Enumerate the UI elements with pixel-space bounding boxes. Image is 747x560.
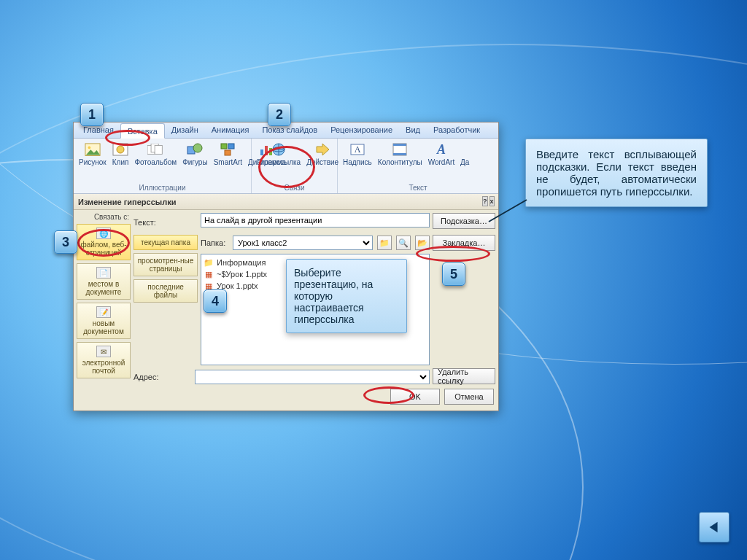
tab-insert[interactable]: Вставка <box>120 123 165 139</box>
label: Действие <box>306 158 338 166</box>
folder-select[interactable]: Урок1 класс2 <box>233 236 373 250</box>
tab-browsed-pages[interactable]: просмотрен-ные страницы <box>133 253 198 276</box>
tab-view[interactable]: Вид <box>399 122 427 138</box>
clip-icon <box>112 142 128 157</box>
label: файлом, веб-страницей <box>79 241 128 257</box>
triangle-left-icon <box>706 519 722 535</box>
file-list[interactable]: 📁Информация ▦~$Урок 1.pptx ▦Урок 1.pptx … <box>201 254 430 365</box>
svg-marker-17 <box>317 144 329 155</box>
label: Фигуры <box>182 158 207 166</box>
photoalbum-icon <box>147 142 163 157</box>
tab-current-folder[interactable]: текущая папка <box>133 235 198 250</box>
headerfooter-icon <box>392 142 408 157</box>
ribbon-clip-button[interactable]: Клип <box>110 141 131 168</box>
tab-review[interactable]: Рецензирование <box>324 122 399 138</box>
label: Фотоальбом <box>134 158 177 166</box>
ribbon-photoalbum-button[interactable]: Фотоальбом <box>132 141 179 168</box>
link-to-email[interactable]: ✉электронной почтой <box>77 342 131 378</box>
tab-design[interactable]: Дизайн <box>165 122 205 138</box>
folder-label: Папка: <box>201 238 228 247</box>
svg-point-8 <box>193 144 202 152</box>
tab-developer[interactable]: Разработчик <box>427 122 487 138</box>
svg-rect-9 <box>221 144 227 149</box>
label: Колонтитулы <box>378 158 422 166</box>
textbox-icon: A <box>349 142 365 157</box>
link-to-file-web[interactable]: 🌐файлом, веб-страницей <box>77 224 131 260</box>
dialog-help-button[interactable]: ? <box>482 196 488 206</box>
mail-icon: ✉ <box>96 346 111 357</box>
up-folder-button[interactable]: 📁 <box>377 236 392 250</box>
label: местом в документе <box>79 280 128 296</box>
ribbon-headerfooter-button[interactable]: Колонтитулы <box>376 141 425 168</box>
ribbon-body: Рисунок Клип Фотоальбом Фигуры SmartArt … <box>74 139 498 194</box>
label: WordArt <box>428 158 455 166</box>
group-label-text: Текст <box>338 184 498 193</box>
screentip-button[interactable]: Подсказка… <box>433 213 495 229</box>
doc-loc-icon: 📄 <box>96 267 111 279</box>
ribbon-hyperlink-button[interactable]: Гиперссылка <box>255 141 303 168</box>
group-label-links: Связи <box>252 184 337 193</box>
browse-web-button[interactable]: 🔍 <box>396 236 411 250</box>
ok-button[interactable]: OK <box>390 389 440 405</box>
balloon-1: 1 <box>80 103 104 126</box>
ribbon-wordart-button[interactable]: AWordArt <box>426 141 457 168</box>
browse-file-icon: 📂 <box>417 238 427 248</box>
up-folder-icon: 📁 <box>379 238 390 248</box>
browse-web-icon: 🔍 <box>398 238 409 248</box>
display-text-input[interactable] <box>201 213 430 228</box>
svg-rect-22 <box>393 153 406 155</box>
hyperlink-icon <box>271 142 287 157</box>
powerpoint-window: Главная Вставка Дизайн Анимация Показ сл… <box>73 122 499 411</box>
ribbon-shapes-button[interactable]: Фигуры <box>180 141 209 168</box>
inner-tip-callout: Выберите презентацию, на которую настраи… <box>286 259 407 333</box>
balloon-3: 3 <box>54 230 77 254</box>
svg-text:A: A <box>436 142 446 157</box>
remove-link-button[interactable]: Удалить ссылку <box>433 368 495 384</box>
browse-file-button[interactable]: 📂 <box>415 236 430 250</box>
link-to-place[interactable]: 📄местом в документе <box>77 263 131 300</box>
ribbon-more-button[interactable]: Да <box>458 141 471 168</box>
svg-rect-6 <box>155 145 162 154</box>
group-label-illustrations: Иллюстрации <box>74 184 251 193</box>
svg-rect-21 <box>393 144 406 146</box>
svg-rect-10 <box>228 144 234 149</box>
link-to-new-doc[interactable]: 📝новым документом <box>77 303 131 339</box>
tab-recent-files[interactable]: последние файлы <box>133 279 198 303</box>
svg-marker-25 <box>710 522 718 533</box>
prev-slide-button[interactable] <box>699 512 729 542</box>
dialog-close-button[interactable]: x <box>489 196 495 206</box>
label: новым документом <box>79 319 128 335</box>
address-label: Адрес: <box>133 373 190 381</box>
balloon-5: 5 <box>442 262 465 286</box>
smartart-icon <box>220 142 236 157</box>
address-input[interactable] <box>195 370 430 384</box>
dialog-titlebar: Изменение гиперссылки ? x <box>74 194 498 210</box>
label: Клип <box>112 158 129 166</box>
main-tip-callout: Введите текст всплывающей подсказки. Есл… <box>525 139 708 207</box>
balloon-2: 2 <box>268 103 291 126</box>
label: Надпись <box>343 158 372 166</box>
file-name: Информация <box>217 258 266 267</box>
svg-text:A: A <box>355 144 361 155</box>
svg-point-3 <box>117 146 124 153</box>
ribbon-textbox-button[interactable]: AНадпись <box>341 141 374 168</box>
cancel-button[interactable]: Отмена <box>444 389 494 405</box>
browse-tabs: текущая папка просмотрен-ные страницы по… <box>133 235 198 386</box>
hyperlink-dialog: Изменение гиперссылки ? x Связать с: 🌐фа… <box>74 194 498 411</box>
action-icon <box>314 142 330 157</box>
ribbon-smartart-button[interactable]: SmartArt <box>212 141 244 168</box>
link-to-panel: Связать с: 🌐файлом, веб-страницей 📄место… <box>77 213 131 408</box>
ribbon-picture-button[interactable]: Рисунок <box>77 141 109 168</box>
wordart-icon: A <box>433 142 449 157</box>
pptx-icon: ▦ <box>204 269 214 279</box>
link-with-label: Связать с: <box>77 213 131 221</box>
balloon-4: 4 <box>204 289 227 313</box>
text-label: Текст: <box>133 213 198 232</box>
ribbon-action-button[interactable]: Действие <box>304 141 341 168</box>
file-name: ~$Урок 1.pptx <box>217 270 267 279</box>
label: Рисунок <box>79 158 107 166</box>
svg-rect-11 <box>225 150 231 155</box>
tab-animation[interactable]: Анимация <box>205 122 256 138</box>
bookmark-button[interactable]: Закладка… <box>433 235 495 251</box>
shapes-icon <box>187 142 203 157</box>
